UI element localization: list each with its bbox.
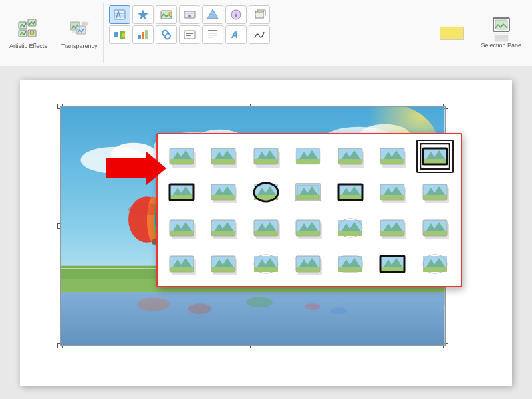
- svg-rect-219: [423, 184, 447, 195]
- svg-rect-176: [211, 184, 235, 195]
- svg-point-4: [30, 31, 34, 35]
- smartart-button[interactable]: [109, 25, 130, 44]
- color-button[interactable]: [132, 5, 154, 24]
- svg-rect-167: [170, 184, 194, 195]
- transparency-button[interactable]: [66, 16, 92, 41]
- textbox-button[interactable]: [179, 25, 200, 44]
- ribbon-top-row: ★: [109, 5, 427, 24]
- picture-button[interactable]: [156, 5, 177, 24]
- style-item-curved-matte-white[interactable]: [374, 211, 411, 245]
- style-item-snip-diagonal[interactable]: [374, 247, 411, 281]
- style-item-simple-black[interactable]: [163, 176, 200, 209]
- svg-rect-216: [423, 195, 447, 200]
- link-button[interactable]: [156, 25, 177, 44]
- svg-rect-252: [296, 231, 320, 236]
- style-item-black-border[interactable]: [416, 140, 454, 173]
- style-item-perspective-shadow[interactable]: [374, 176, 411, 209]
- transparency-label: Transparency: [61, 43, 98, 50]
- svg-rect-321: [338, 267, 362, 272]
- style-item-oval[interactable]: [247, 176, 285, 209]
- shape-button[interactable]: [202, 5, 223, 24]
- svg-point-18: [188, 15, 191, 17]
- corrections-button[interactable]: [109, 5, 130, 24]
- artistic-effects-label: Artistic Effects: [9, 43, 47, 50]
- svg-point-15: [168, 12, 171, 15]
- svg-rect-210: [380, 184, 404, 195]
- svg-rect-43: [495, 35, 508, 38]
- arrow-indicator: [106, 152, 166, 186]
- style-item-reflected-shadow[interactable]: [374, 140, 411, 173]
- wordart-button[interactable]: A: [225, 25, 247, 44]
- style-item-shadow-rect2[interactable]: [205, 176, 242, 209]
- svg-rect-278: [423, 231, 447, 236]
- svg-rect-41: [495, 20, 507, 29]
- transparency-group: Transparency: [56, 3, 104, 63]
- style-item-center-shadow[interactable]: [247, 211, 285, 245]
- style-item-bevel-oval[interactable]: [247, 247, 285, 281]
- svg-rect-138: [338, 159, 362, 164]
- style-item-simple-frame[interactable]: [163, 140, 200, 173]
- svg-rect-32: [184, 31, 195, 39]
- svg-rect-141: [338, 148, 362, 159]
- color-strip: [440, 27, 464, 40]
- style-item-thick-matte[interactable]: [332, 176, 369, 209]
- svg-rect-6: [76, 26, 86, 34]
- svg-rect-234: [211, 231, 235, 236]
- style-item-drop-shadow-rect[interactable]: [289, 211, 327, 245]
- svg-rect-272: [380, 220, 404, 231]
- svg-rect-324: [338, 256, 362, 267]
- svg-point-89: [246, 297, 273, 307]
- style-item-curved-reflect[interactable]: [163, 247, 200, 281]
- style-item-double-frame[interactable]: [289, 176, 327, 209]
- svg-rect-228: [170, 220, 194, 231]
- chart-button[interactable]: [132, 25, 154, 44]
- svg-rect-25: [114, 32, 118, 37]
- svg-rect-173: [211, 195, 235, 200]
- ribbon: Artistic Effects Transparency: [0, 0, 532, 66]
- style-item-shadow-rect[interactable]: [205, 140, 242, 173]
- style-item-rounded-diagonal[interactable]: [332, 211, 369, 245]
- screenshot-button[interactable]: [179, 5, 200, 24]
- svg-rect-237: [211, 220, 235, 231]
- style-item-metal-frame[interactable]: [289, 247, 327, 281]
- artistic-effects-button[interactable]: [15, 16, 41, 41]
- svg-rect-296: [211, 267, 235, 272]
- icon-button[interactable]: ★: [225, 5, 247, 24]
- svg-rect-313: [296, 267, 320, 272]
- svg-rect-22: [255, 12, 263, 18]
- svg-rect-129: [296, 159, 320, 164]
- canvas-area: [0, 66, 532, 399]
- svg-rect-132: [296, 148, 320, 159]
- selection-pane-button[interactable]: Selection Pane: [474, 3, 528, 63]
- svg-rect-103: [170, 159, 194, 164]
- svg-rect-44: [495, 39, 508, 41]
- svg-rect-189: [296, 195, 320, 200]
- style-item-soft-edge[interactable]: [289, 140, 327, 173]
- svg-rect-112: [211, 159, 235, 164]
- svg-text:★: ★: [233, 12, 239, 19]
- svg-rect-121: [254, 159, 278, 164]
- svg-line-31: [165, 33, 168, 36]
- svg-rect-124: [254, 148, 278, 159]
- svg-rect-332: [380, 256, 404, 267]
- 3d-model-button[interactable]: [249, 5, 270, 24]
- style-item-rotate-black[interactable]: [205, 211, 242, 245]
- svg-rect-207: [380, 195, 404, 200]
- style-item-relaxed-oval[interactable]: [416, 247, 454, 281]
- style-item-bevel-rect[interactable]: [205, 247, 242, 281]
- signature-button[interactable]: [249, 25, 270, 44]
- svg-rect-10: [82, 22, 85, 24]
- style-item-rounded-rect[interactable]: [247, 140, 285, 173]
- style-item-arch-top[interactable]: [332, 247, 369, 281]
- svg-rect-337: [423, 267, 447, 272]
- svg-rect-30: [145, 30, 148, 39]
- style-item-reflected-rounded[interactable]: [332, 140, 369, 173]
- svg-marker-19: [207, 9, 218, 19]
- svg-rect-28: [138, 35, 141, 39]
- svg-point-88: [188, 303, 212, 314]
- style-item-rotate-white[interactable]: [163, 211, 200, 245]
- svg-rect-316: [296, 256, 320, 267]
- style-item-relaxed-perspective[interactable]: [416, 176, 454, 209]
- style-item-curved-matte-black[interactable]: [416, 211, 454, 245]
- header-button[interactable]: [202, 25, 223, 44]
